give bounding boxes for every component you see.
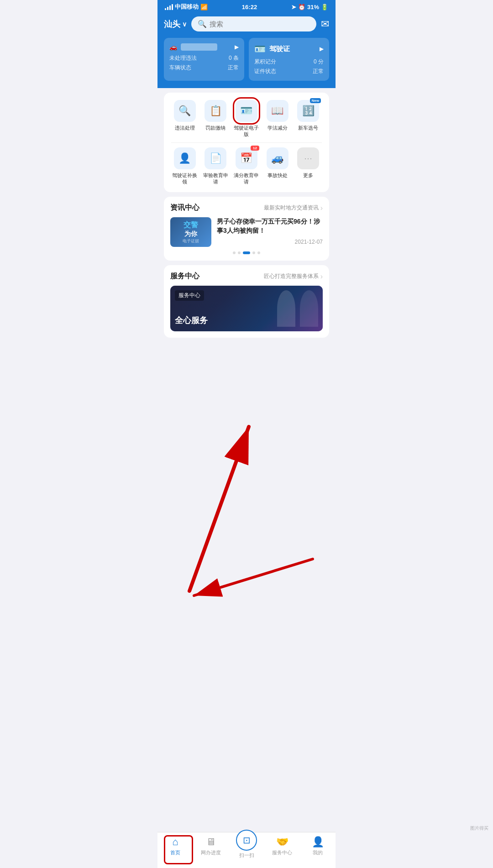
number-badge: 12 — [251, 146, 259, 151]
violation-icon: 🔍 — [178, 105, 191, 117]
fine-icon: 📋 — [210, 105, 222, 117]
news-thumb-inner: 交警 为你 电子证据 — [180, 218, 202, 247]
status-right: ➤ ⏰ 31% 🔋 — [291, 4, 328, 10]
service-item-violation[interactable]: 🔍 违法处理 — [171, 100, 199, 138]
search-input[interactable] — [210, 20, 310, 28]
newplate-icon: 🔢 — [302, 105, 315, 117]
audit-label: 审验教育申请 — [202, 172, 230, 185]
banner-label: 服务中心 — [175, 290, 204, 301]
status-bar: 中国移动 📶 16:22 ➤ ⏰ 31% 🔋 — [157, 0, 336, 13]
news-title: 男子心存侥幸一万五千元买96分！涉事3人均被拘留！ — [217, 217, 323, 235]
news-content: 男子心存侥幸一万五千元买96分！涉事3人均被拘留！ 2021-12-07 — [217, 217, 323, 245]
city-selector[interactable]: 汕头 ∨ — [164, 19, 187, 30]
service-section: 🔍 违法处理 📋 罚款缴纳 🪪 驾驶证电子版 📖 — [164, 93, 329, 192]
city-label: 汕头 — [164, 19, 180, 30]
dot-3-active — [243, 251, 250, 254]
service-grid-row2: 👤 驾驶证补换领 📄 审验教育申请 📅 12 满分教育申请 🚙 — [171, 147, 322, 185]
vehicle-status-value: 正常 — [228, 64, 239, 72]
header: 汕头 ∨ 🔍 ✉ — [157, 13, 336, 38]
fine-icon-wrap: 📋 — [205, 100, 226, 122]
elicense-label: 驾驶证电子版 — [233, 125, 260, 138]
service-item-elicense[interactable]: 🪪 驾驶证电子版 — [233, 100, 260, 138]
points-value: 0 分 — [314, 58, 324, 66]
car-icon: 🚗 — [169, 43, 177, 51]
vehicle-card[interactable]: 🚗 ▶ 未处理违法 0 条 车辆状态 正常 — [164, 38, 244, 81]
banner-text: 全心服务 — [175, 315, 208, 326]
service-center-banner[interactable]: 服务中心 全心服务 — [170, 286, 323, 331]
vehicle-cards: 🚗 ▶ 未处理违法 0 条 车辆状态 正常 — [164, 38, 329, 81]
service-item-more[interactable]: ⋯ 更多 — [294, 147, 322, 185]
cert-status-row: 证件状态 正常 — [254, 68, 324, 75]
more-icon-wrap: ⋯ — [297, 147, 319, 169]
cert-status-label: 证件状态 — [254, 68, 276, 75]
news-chevron-icon: › — [320, 204, 323, 212]
accident-label: 事故快处 — [267, 172, 288, 178]
news-section-subtitle: 最新实时地方交通资讯 — [264, 204, 319, 212]
chevron-down-icon: ∨ — [182, 21, 187, 28]
service-item-studyscore[interactable]: 📖 学法减分 — [264, 100, 291, 138]
license-icon: 🪪 — [254, 43, 266, 54]
service-center-nav[interactable]: 匠心打造完整服务体系 › — [264, 272, 323, 281]
violation-icon-wrap: 🔍 — [174, 100, 196, 122]
license-card-header-left: 🪪 驾驶证 — [254, 43, 290, 54]
elicense-icon: 🪪 — [240, 105, 252, 117]
news-section: 资讯中心 最新实时地方交通资讯 › 交警 为你 电子证据 男子心存侥幸一万五千元… — [164, 197, 329, 261]
card-header: 🚗 ▶ — [169, 43, 239, 51]
points-row: 累积记分 0 分 — [254, 58, 324, 66]
license-card[interactable]: 🪪 驾驶证 ▶ 累积记分 0 分 证件状态 正常 — [249, 38, 329, 81]
service-center-title: 服务中心 — [170, 272, 199, 281]
elicense-icon-wrap: 🪪 — [236, 100, 257, 122]
news-card[interactable]: 交警 为你 电子证据 男子心存侥幸一万五千元买96分！涉事3人均被拘留！ 202… — [170, 217, 323, 247]
status-left: 中国移动 📶 — [165, 3, 208, 11]
time-label: 16:22 — [242, 4, 257, 10]
more-label: 更多 — [303, 172, 313, 178]
studyscore-icon-wrap: 📖 — [267, 100, 288, 122]
service-item-newplate[interactable]: 🔢 New 新车选号 — [294, 100, 322, 138]
fulledu-label: 满分教育申请 — [233, 172, 260, 185]
accident-icon-wrap: 🚙 — [267, 147, 288, 169]
search-bar[interactable]: 🔍 — [191, 16, 316, 31]
wifi-icon: 📶 — [200, 4, 208, 10]
search-icon: 🔍 — [198, 20, 207, 28]
dot-4 — [252, 251, 255, 254]
license-card-header: 🪪 驾驶证 ▶ — [254, 43, 324, 54]
news-section-title: 资讯中心 — [170, 203, 199, 213]
service-center-chevron-icon: › — [320, 272, 323, 281]
service-item-accident[interactable]: 🚙 事故快处 — [264, 147, 291, 185]
accident-icon: 🚙 — [271, 152, 283, 164]
renew-icon: 👤 — [178, 152, 191, 164]
service-item-audit[interactable]: 📄 审验教育申请 — [202, 147, 230, 185]
mail-icon[interactable]: ✉ — [321, 18, 329, 30]
location-icon: ➤ — [291, 4, 296, 10]
card-header-left: 🚗 — [169, 43, 217, 51]
audit-icon: 📄 — [210, 152, 222, 164]
new-badge: New — [310, 98, 321, 103]
arrow-right-icon: ▶ — [235, 44, 239, 50]
dot-5 — [257, 251, 260, 254]
service-item-fulledu[interactable]: 📅 12 满分教育申请 — [233, 147, 260, 185]
service-item-fine[interactable]: 📋 罚款缴纳 — [202, 100, 230, 138]
cert-status-value: 正常 — [313, 68, 324, 75]
signal-bars — [165, 4, 173, 10]
service-divider — [171, 142, 322, 143]
fine-label: 罚款缴纳 — [205, 125, 226, 131]
license-title: 驾驶证 — [269, 45, 290, 53]
card-status-row: 车辆状态 正常 — [169, 64, 239, 72]
violation-label: 违法处理 — [175, 125, 195, 131]
violation-count: 0 条 — [229, 54, 239, 62]
audit-icon-wrap: 📄 — [205, 147, 226, 169]
service-item-renew[interactable]: 👤 驾驶证补换领 — [171, 147, 199, 185]
plate-number-blur — [181, 43, 217, 51]
service-center-header: 服务中心 匠心打造完整服务体系 › — [170, 272, 323, 281]
fulledu-icon: 📅 — [240, 152, 252, 164]
renew-icon-wrap: 👤 — [174, 147, 196, 169]
news-section-nav[interactable]: 最新实时地方交通资讯 › — [264, 204, 323, 212]
clock-icon: ⏰ — [298, 4, 305, 10]
card-violation-row: 未处理违法 0 条 — [169, 54, 239, 62]
newplate-label: 新车选号 — [298, 125, 318, 131]
service-grid-row1: 🔍 违法处理 📋 罚款缴纳 🪪 驾驶证电子版 📖 — [171, 100, 322, 138]
battery-icon: 🔋 — [321, 4, 328, 10]
battery-label: 31% — [307, 4, 319, 10]
license-arrow-icon: ▶ — [320, 46, 324, 52]
service-center-section: 服务中心 匠心打造完整服务体系 › 服务中心 全心服务 — [164, 265, 329, 338]
